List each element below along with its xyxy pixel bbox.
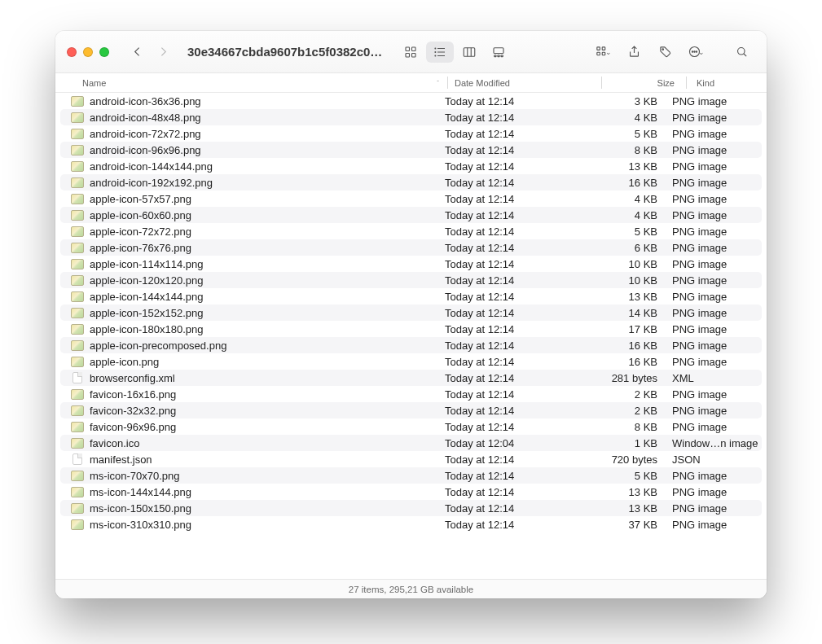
svg-point-26	[737, 48, 745, 55]
table-row[interactable]: ms-icon-144x144.pngToday at 12:1413 KBPN…	[60, 484, 762, 500]
file-date: Today at 12:14	[445, 453, 591, 466]
file-date: Today at 12:14	[445, 421, 591, 433]
column-header-name[interactable]: Name ˆ	[82, 78, 447, 88]
file-size: 13 KB	[591, 502, 669, 515]
file-date: Today at 12:14	[445, 160, 591, 173]
table-row[interactable]: manifest.jsonToday at 12:14720 bytesJSON	[60, 451, 762, 467]
view-list-button[interactable]	[426, 42, 454, 63]
column-header-kind[interactable]: Kind	[693, 78, 767, 88]
search-button[interactable]	[727, 41, 755, 64]
file-name: android-icon-72x72.png	[86, 128, 445, 140]
table-row[interactable]: favicon-32x32.pngToday at 12:142 KBPNG i…	[60, 402, 762, 418]
group-by-button[interactable]: ⌄	[589, 41, 617, 64]
column-separator[interactable]	[601, 77, 602, 89]
svg-point-24	[693, 51, 694, 52]
nav-back-button[interactable]	[124, 41, 150, 64]
file-kind: PNG image	[669, 388, 762, 401]
view-icons-button[interactable]	[397, 42, 424, 63]
column-separator[interactable]	[447, 77, 448, 89]
table-row[interactable]: apple-icon.pngToday at 12:1416 KBPNG ima…	[60, 353, 762, 370]
column-header: Name ˆ Date Modified Size Kind	[55, 73, 767, 93]
image-file-icon	[68, 177, 86, 188]
table-row[interactable]: android-icon-96x96.pngToday at 12:148 KB…	[60, 142, 762, 158]
action-menu-button[interactable]: ⌄	[682, 41, 710, 64]
file-date: Today at 12:14	[445, 95, 591, 107]
image-file-icon	[68, 389, 86, 400]
image-file-icon	[68, 275, 86, 286]
svg-rect-13	[494, 47, 503, 53]
window-title: 30e34667cbda9607b1c5f0382c0…	[187, 45, 382, 59]
file-name: android-icon-192x192.png	[86, 177, 445, 189]
file-kind: JSON	[669, 453, 762, 466]
share-icon	[627, 45, 641, 59]
file-name: favicon-96x96.png	[86, 421, 445, 433]
file-kind: PNG image	[669, 112, 762, 124]
table-row[interactable]: android-icon-144x144.pngToday at 12:1413…	[60, 158, 762, 174]
table-row[interactable]: android-icon-72x72.pngToday at 12:145 KB…	[60, 125, 762, 142]
table-row[interactable]: browserconfig.xmlToday at 12:14281 bytes…	[60, 370, 762, 386]
file-date: Today at 12:14	[445, 258, 591, 270]
table-row[interactable]: apple-icon-precomposed.pngToday at 12:14…	[60, 337, 762, 353]
table-row[interactable]: android-icon-192x192.pngToday at 12:1416…	[60, 174, 762, 191]
image-file-icon	[68, 210, 86, 221]
file-kind: PNG image	[669, 291, 762, 303]
table-row[interactable]: ms-icon-150x150.pngToday at 12:1413 KBPN…	[60, 500, 762, 516]
table-row[interactable]: favicon-16x16.pngToday at 12:142 KBPNG i…	[60, 386, 762, 402]
image-file-icon	[68, 145, 86, 156]
view-gallery-button[interactable]	[485, 42, 512, 63]
file-size: 720 bytes	[591, 453, 669, 466]
table-row[interactable]: apple-icon-152x152.pngToday at 12:1414 K…	[60, 304, 762, 321]
zoom-window-button[interactable]	[99, 47, 109, 57]
close-window-button[interactable]	[67, 47, 77, 57]
table-row[interactable]: ms-icon-70x70.pngToday at 12:145 KBPNG i…	[60, 467, 762, 484]
svg-rect-10	[464, 47, 476, 56]
file-date: Today at 12:14	[445, 323, 591, 335]
file-size: 2 KB	[591, 405, 669, 417]
svg-point-7	[435, 48, 436, 49]
file-date: Today at 12:14	[445, 519, 591, 531]
table-row[interactable]: apple-icon-120x120.pngToday at 12:1410 K…	[60, 272, 762, 288]
table-row[interactable]: apple-icon-57x57.pngToday at 12:144 KBPN…	[60, 191, 762, 207]
file-date: Today at 12:14	[445, 242, 591, 254]
table-row[interactable]: apple-icon-76x76.pngToday at 12:146 KBPN…	[60, 239, 762, 256]
file-name: android-icon-144x144.png	[86, 160, 445, 173]
minimize-window-button[interactable]	[83, 47, 93, 57]
file-date: Today at 12:14	[445, 209, 591, 221]
nav-forward-button[interactable]	[150, 41, 176, 64]
column-separator[interactable]	[686, 77, 687, 89]
column-header-size[interactable]: Size	[609, 78, 686, 88]
file-name: favicon-16x16.png	[86, 388, 445, 401]
table-row[interactable]: apple-icon-60x60.pngToday at 12:144 KBPN…	[60, 207, 762, 223]
file-name: apple-icon-180x180.png	[86, 323, 445, 335]
table-row[interactable]: apple-icon-144x144.pngToday at 12:1413 K…	[60, 288, 762, 304]
file-kind: PNG image	[669, 226, 762, 238]
chevron-left-icon	[130, 45, 144, 59]
file-date: Today at 12:14	[445, 405, 591, 417]
file-kind: PNG image	[669, 177, 762, 189]
file-size: 1 KB	[591, 437, 669, 449]
view-columns-button[interactable]	[455, 42, 483, 63]
table-row[interactable]: apple-icon-114x114.pngToday at 12:1410 K…	[60, 256, 762, 272]
file-size: 37 KB	[591, 519, 669, 531]
file-size: 8 KB	[591, 421, 669, 433]
table-row[interactable]: favicon-96x96.pngToday at 12:148 KBPNG i…	[60, 418, 762, 435]
table-row[interactable]: favicon.icoToday at 12:041 KBWindow…n im…	[60, 435, 762, 451]
table-row[interactable]: apple-icon-180x180.pngToday at 12:1417 K…	[60, 321, 762, 337]
svg-point-8	[435, 51, 436, 52]
file-size: 4 KB	[591, 193, 669, 205]
file-kind: PNG image	[669, 502, 762, 515]
file-size: 17 KB	[591, 323, 669, 335]
image-file-icon	[68, 471, 86, 481]
table-row[interactable]: android-icon-36x36.pngToday at 12:143 KB…	[60, 93, 762, 109]
file-name: favicon.ico	[86, 437, 445, 449]
tags-button[interactable]	[651, 41, 679, 64]
table-row[interactable]: apple-icon-72x72.pngToday at 12:145 KBPN…	[60, 223, 762, 239]
column-header-date[interactable]: Date Modified	[455, 78, 601, 88]
table-row[interactable]: android-icon-48x48.pngToday at 12:144 KB…	[60, 109, 762, 125]
toolbar-right: ⌄ ⌄	[589, 41, 755, 64]
share-button[interactable]	[620, 41, 648, 64]
file-name: apple-icon-120x120.png	[86, 274, 445, 287]
file-name: apple-icon-72x72.png	[86, 226, 445, 238]
table-row[interactable]: ms-icon-310x310.pngToday at 12:1437 KBPN…	[60, 516, 762, 532]
file-list[interactable]: android-icon-36x36.pngToday at 12:143 KB…	[55, 93, 767, 579]
